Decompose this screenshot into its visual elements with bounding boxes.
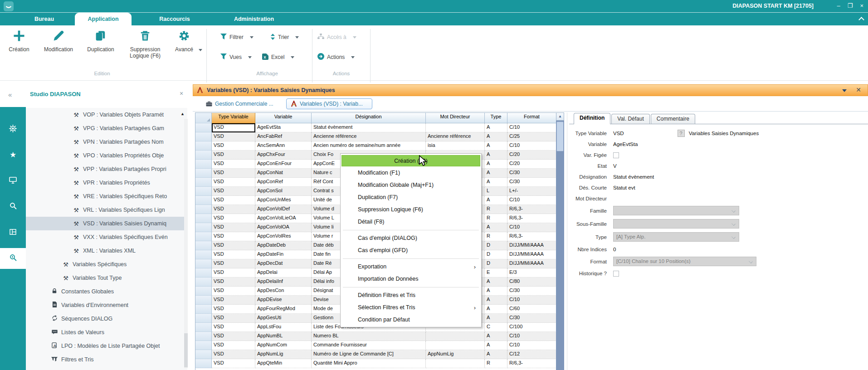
cell-mot-directeur[interactable]: [426, 332, 485, 341]
cell-type[interactable]: R: [485, 232, 507, 241]
cell-variable[interactable]: AppFourRegMod: [255, 305, 312, 314]
cell-variable[interactable]: AppConRef: [255, 178, 312, 187]
sidebar-item-constantes-globales[interactable]: Constantes Globales: [26, 285, 187, 298]
context-menu-item-s-lection-filtres-et-tris[interactable]: Sélection Filtres et Tris›: [341, 302, 480, 314]
cell-type-variable[interactable]: VSD: [212, 341, 255, 350]
cell-type[interactable]: E: [485, 268, 507, 278]
cell-mot-directeur[interactable]: [426, 341, 485, 350]
creation-button[interactable]: Création: [5, 29, 33, 53]
context-menu-item-cas-d-emploi-dialog[interactable]: Cas d'emploi (DIALOG): [341, 232, 480, 244]
cell-type[interactable]: A: [485, 278, 507, 287]
rail-item-monitor[interactable]: [0, 170, 26, 191]
context-menu-item-condition-par-d-faut[interactable]: Condition par Défaut: [341, 314, 480, 326]
sidebar-item-vop[interactable]: ⚒VOP : Variables Objets Paramét: [26, 108, 187, 122]
sidebar-item-vre[interactable]: ⚒VRE : Variables Spécifiques Reto: [26, 190, 187, 203]
checkbox-historique[interactable]: [613, 271, 619, 277]
row-selector-cell[interactable]: [195, 305, 212, 314]
column-header-mot-directeur[interactable]: Mot Directeur: [426, 113, 485, 123]
sidebar-item-vpr[interactable]: ⚒VPR : Variables Propriétés: [26, 176, 187, 190]
rail-item-pin-search[interactable]: [0, 248, 26, 269]
context-menu-item-cr-ation-f9[interactable]: Création (F9): [341, 155, 480, 166]
row-selector-cell[interactable]: [195, 332, 212, 341]
row-selector-cell[interactable]: [195, 296, 212, 305]
cell-mot-directeur[interactable]: isia: [426, 141, 485, 151]
excel-button[interactable]: x Excel: [262, 52, 306, 63]
cell-mot-directeur[interactable]: [426, 359, 485, 368]
avance-dropdown-caret[interactable]: [199, 49, 202, 51]
actions-button[interactable]: Actions: [317, 52, 365, 63]
cell-format[interactable]: E/3: [507, 268, 556, 278]
column-header-d-signation[interactable]: Désignation: [312, 113, 426, 123]
context-menu-item-exportation[interactable]: Exportation›: [341, 261, 480, 273]
context-menu-item-d-finition-filtres-et-tris[interactable]: Définition Filtres et Tris: [341, 289, 480, 302]
rail-item-columns[interactable]: [0, 222, 26, 243]
context-menu-item-modification-globale-maj-f1[interactable]: Modification Globale (Maj+F1): [341, 179, 480, 191]
cell-type[interactable]: A: [485, 160, 507, 169]
cell-format[interactable]: C/10: [507, 223, 556, 232]
cell-format[interactable]: C/10: [507, 123, 556, 132]
cell-variable[interactable]: AppDelaiInf: [255, 278, 312, 287]
maximize-button[interactable]: ❐: [848, 2, 853, 10]
cell-variable[interactable]: AppDecDat: [255, 259, 312, 268]
cell-type[interactable]: A: [485, 169, 507, 178]
cell-type-variable[interactable]: VSD: [212, 314, 255, 323]
cell-type-variable[interactable]: VSD: [212, 323, 255, 332]
row-selector-cell[interactable]: [195, 132, 212, 141]
cell-format[interactable]: C/10: [507, 141, 556, 151]
cell-type[interactable]: A: [485, 123, 507, 132]
duplication-button[interactable]: Duplication: [83, 29, 118, 53]
row-selector-cell[interactable]: [195, 268, 212, 278]
cell-format[interactable]: L+/-: [507, 187, 556, 196]
panel-close-icon[interactable]: ✕: [856, 86, 861, 93]
sidebar-item-filtres-et-tris[interactable]: Filtres et Tris: [26, 353, 187, 366]
cell-mot-directeur[interactable]: AppNumLig: [426, 350, 485, 359]
row-selector-cell[interactable]: [195, 287, 212, 296]
cell-format[interactable]: C/25: [507, 132, 556, 141]
cell-d-signation[interactable]: Ancienne référence: [312, 132, 426, 141]
row-selector-cell[interactable]: [195, 241, 212, 250]
cell-type-variable[interactable]: VSD: [212, 187, 255, 196]
row-selector-cell[interactable]: [195, 232, 212, 241]
cell-format[interactable]: R/6,3-: [507, 214, 556, 223]
cell-variable[interactable]: AppConVolOA: [255, 223, 312, 232]
tree-scrollbar[interactable]: [184, 119, 188, 368]
cell-format[interactable]: C/10: [507, 332, 556, 341]
cell-mot-directeur[interactable]: Ancienne référence: [426, 132, 485, 141]
cell-variable[interactable]: AgeEvtSta: [255, 123, 312, 132]
menu-tab-raccourcis[interactable]: Raccourcis: [136, 13, 213, 25]
cell-type-variable[interactable]: VSD: [212, 214, 255, 223]
minimize-button[interactable]: –: [837, 2, 840, 10]
cell-d-signation[interactable]: Quantité Mini Appro: [312, 359, 426, 368]
context-menu-item-duplication-f7[interactable]: Duplication (F7): [341, 191, 480, 204]
table-row[interactable]: VSDAppQteMinQuantité Mini ApproRR/6,3-: [195, 359, 556, 368]
scroll-up-icon[interactable]: ▲: [556, 112, 564, 121]
checkbox-var-fig-e[interactable]: [613, 152, 619, 158]
cell-type-variable[interactable]: VSD: [212, 268, 255, 278]
cell-variable[interactable]: AncFabRef: [255, 132, 312, 141]
cell-type-variable[interactable]: VSD: [212, 250, 255, 259]
sidebar-item-variables-tout-type[interactable]: ⚒Variables Tout Type: [26, 271, 187, 285]
cell-variable[interactable]: AppQteMin: [255, 359, 312, 368]
cell-format[interactable]: C/60: [507, 305, 556, 314]
row-selector-cell[interactable]: [195, 250, 212, 259]
cell-format[interactable]: C/30: [507, 314, 556, 323]
table-row[interactable]: VSDAppNumLigNuméro de Ligne de Commande …: [195, 350, 556, 359]
row-selector-cell[interactable]: [195, 341, 212, 350]
row-selector-cell[interactable]: [195, 214, 212, 223]
cell-format[interactable]: D/JJ/MM/AAAA: [507, 241, 556, 250]
cell-variable[interactable]: AppNumBL: [255, 332, 312, 341]
cell-format[interactable]: C/30: [507, 287, 556, 296]
sidebar-item-variables-d-environnement[interactable]: Variables d'Environnement: [26, 298, 187, 312]
cell-type[interactable]: A: [485, 332, 507, 341]
detail-tab-commentaire[interactable]: Commentaire: [651, 114, 695, 124]
column-header-format[interactable]: Format: [507, 113, 556, 123]
cell-type[interactable]: A: [485, 151, 507, 160]
cell-format[interactable]: C/12: [507, 350, 556, 359]
cell-type-variable[interactable]: VSD: [212, 169, 255, 178]
row-selector-cell[interactable]: [195, 196, 212, 205]
cell-type[interactable]: A: [485, 196, 507, 205]
scrollbar-thumb[interactable]: [556, 122, 564, 151]
context-menu-item-modification-f1[interactable]: Modification (F1): [341, 167, 480, 179]
sidebar-item-vxx[interactable]: ⚒VXX : Variables Spécifiques Evén: [26, 230, 187, 244]
cell-type[interactable]: A: [485, 132, 507, 141]
